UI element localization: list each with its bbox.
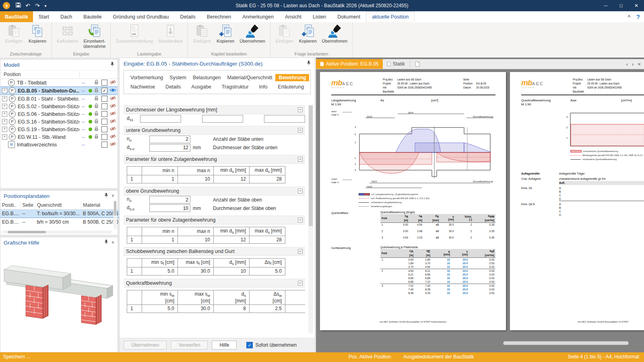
editor-tab-bewehrung[interactable]: Bewehrung <box>275 74 309 81</box>
tree-item-tb[interactable]: PTB - Titelblatt-- <box>0 79 118 86</box>
table-cell[interactable]: 1 <box>127 175 142 183</box>
editor-tab-vorbemerkung[interactable]: Vorbemerkung <box>127 74 166 81</box>
ribbon-tab-baustatik[interactable]: BauStatik <box>0 11 33 22</box>
viewer-horizontal-scrollbar[interactable] <box>318 341 641 345</box>
vertical-scrollbar[interactable] <box>308 105 313 333</box>
table-cell[interactable]: 1 <box>127 236 142 243</box>
expand-icon[interactable]: + <box>2 134 7 140</box>
table-cell[interactable]: 30.0 <box>178 305 214 313</box>
collapse-section-icon[interactable] <box>298 218 303 222</box>
pin-icon[interactable] <box>104 239 108 246</box>
expand-icon[interactable]: + <box>2 127 7 132</box>
help-icon[interactable]: ? <box>636 13 640 20</box>
table-cell[interactable]: 10 <box>178 236 214 243</box>
ds1-input-1[interactable] <box>140 115 181 123</box>
app-icon[interactable]: ϶ <box>3 2 10 9</box>
scrollbar-thumb[interactable] <box>114 201 116 216</box>
table-cell[interactable]: 30.0 <box>178 267 214 275</box>
section-header[interactable]: Parameter für untere Zulagenbewehrung <box>124 155 305 164</box>
collapse-section-icon[interactable] <box>298 189 303 193</box>
selection-checkbox[interactable] <box>101 134 107 140</box>
table-cell[interactable]: 1 <box>127 305 142 313</box>
viewer-tab-statik[interactable]: Statik <box>383 59 409 69</box>
expand-icon[interactable]: + <box>2 119 7 124</box>
close-panel-icon[interactable]: × <box>111 193 114 199</box>
dso-input[interactable] <box>149 204 190 212</box>
selection-checkbox[interactable] <box>101 111 107 117</box>
tree-item-eg-w-11[interactable]: +PEG.W.11 - Stb.-Wand-- <box>0 133 118 141</box>
position-column-header[interactable]: Position <box>0 70 118 79</box>
table-cell[interactable]: 10 <box>214 267 250 275</box>
table-cell[interactable]: 28 <box>250 175 285 183</box>
tree-item-inhaltsverzeichnis[interactable]: ▤Inhaltsverzeichnis-- <box>0 141 118 148</box>
ribbon-tab-dach[interactable]: Dach <box>55 11 78 22</box>
expand-icon[interactable]: + <box>2 96 7 101</box>
editor-tab-belastungen[interactable]: Belastungen <box>190 74 224 81</box>
ribbon-button-einzelwert-übernahme[interactable]: Einzelwert- übernahme <box>81 23 108 51</box>
expand-icon[interactable]: + <box>2 88 7 93</box>
visibility-off-icon[interactable] <box>109 111 117 117</box>
horizontal-scrollbar[interactable] <box>2 230 112 234</box>
ribbon-tab-dokument[interactable]: Dokument <box>332 11 366 22</box>
close-viewer-icon[interactable]: × <box>638 61 641 67</box>
visibility-off-icon[interactable] <box>109 103 117 109</box>
vertical-scrollbar[interactable] <box>114 200 117 229</box>
ds1-input-2[interactable] <box>202 115 243 123</box>
column-header[interactable]: Positi.. <box>0 201 21 210</box>
table-cell[interactable]: 5.0 <box>250 267 285 275</box>
viewer-tab-active-position[interactable]: Aktive Position: EG.B.05 <box>316 59 383 69</box>
ribbon-button-kopieren[interactable]: Kopieren <box>214 23 237 51</box>
visibility-on-icon[interactable] <box>109 88 117 94</box>
scrollbar-thumb[interactable] <box>8 231 46 233</box>
table-cell[interactable]: b/h = 30/50 cm <box>35 218 81 226</box>
expand-icon[interactable]: + <box>2 111 7 117</box>
table-cell[interactable]: EG.B.... <box>0 210 21 218</box>
section-header[interactable]: Querkraftbewehrung <box>124 279 305 288</box>
tree-item-eg-s-16[interactable]: +PEG.S.16 - Stahlbeton-Stütze-- <box>0 118 118 125</box>
collapse-section-icon[interactable] <box>298 249 303 254</box>
tree-item-eg-b-01[interactable]: +PEG.B.01 - Stahl - Stahlbeto...-- <box>0 95 118 103</box>
dsu-input[interactable] <box>149 144 190 152</box>
collapse-section-icon[interactable] <box>298 281 303 286</box>
ribbon-button-kopieren[interactable]: Kopieren <box>26 23 49 51</box>
section-header[interactable]: Parameter für obere Zulagenbewehrung <box>124 216 305 224</box>
column-header[interactable]: Seite <box>21 201 35 210</box>
chevron-right-icon[interactable]: › <box>632 61 634 67</box>
scrollbar-thumb[interactable] <box>309 105 313 226</box>
pin-icon[interactable] <box>110 62 114 68</box>
selection-checkbox[interactable] <box>101 80 107 86</box>
selection-checkbox[interactable] <box>101 103 107 109</box>
table-cell[interactable]: 5.0 <box>142 305 178 313</box>
redo-button[interactable]: ↷ <box>33 2 42 9</box>
section-header[interactable]: untere Grundbewehrung <box>124 126 305 135</box>
collapse-ribbon-icon[interactable]: ^ <box>628 14 631 20</box>
tree-item-eg-s-19[interactable]: +PEG.S.19 - Stahlbeton-Stütze-- <box>0 125 118 133</box>
table-cell[interactable]: -- <box>21 218 35 226</box>
pin-icon[interactable] <box>104 193 108 199</box>
ribbon-tab-listen[interactable]: Listen <box>307 11 332 22</box>
collapse-section-icon[interactable] <box>298 157 303 162</box>
help-button[interactable]: Hilfe <box>212 341 237 350</box>
column-header[interactable]: Querschnitt <box>35 201 81 210</box>
table-row[interactable]: EG.B....--b/h = 30/50 cmB 500B, C 25/30 <box>0 218 120 226</box>
table-row[interactable]: EG.B....--T: bo/bu/h = 30/30...B 500A, C… <box>0 210 120 218</box>
save-button[interactable] <box>13 2 23 9</box>
visibility-off-icon[interactable] <box>109 142 117 148</box>
collapse-section-icon[interactable] <box>298 128 303 133</box>
table-cell[interactable]: 1 <box>142 175 178 183</box>
selection-checkbox[interactable] <box>101 119 107 125</box>
table-cell[interactable]: 1 <box>127 267 142 275</box>
auto-apply-checkbox[interactable]: ✓ <box>246 342 253 348</box>
ribbon-tab-start[interactable]: Start <box>33 11 55 22</box>
pin-icon[interactable] <box>307 61 311 67</box>
expand-icon[interactable]: + <box>2 104 7 109</box>
editor-tab-nachweise[interactable]: Nachweise <box>127 83 158 90</box>
ribbon-tab-bauteile[interactable]: Bauteile <box>78 11 107 22</box>
ribbon-tab-berechnen[interactable]: Berechnen <box>201 11 237 22</box>
tree-item-eg-b-05[interactable]: +PEG.B.05 - Stahlbeton-Du...--✓ <box>0 86 118 95</box>
table-cell[interactable]: 28 <box>250 236 285 243</box>
minimize-button[interactable]: ─ <box>598 0 613 11</box>
scrollbar-thumb[interactable] <box>503 341 629 345</box>
editor-tab-material-querschnitt[interactable]: Material/Querschnitt <box>224 74 276 81</box>
editor-tab-system[interactable]: System <box>166 74 190 81</box>
